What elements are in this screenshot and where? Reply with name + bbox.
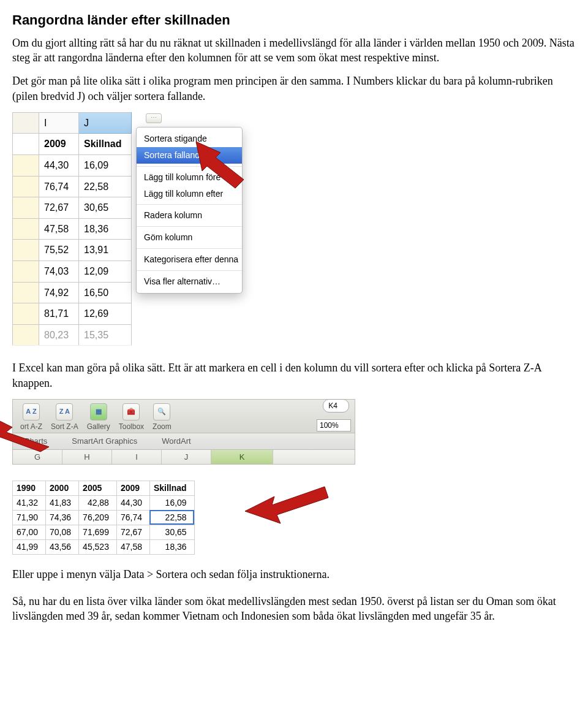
paragraph-3: I Excel kan man göra på olika sätt. Ett … [12, 360, 576, 390]
name-box[interactable]: K4 [323, 399, 349, 413]
sort-az-icon: A Z [23, 403, 40, 420]
column-handle-icon[interactable]: ⋯ [146, 113, 162, 123]
sort-za-icon: Z A [56, 403, 73, 420]
ctx-add-col-after[interactable]: Lägg till kolumn efter [137, 186, 242, 202]
zoom-input[interactable] [317, 419, 351, 432]
toolbox-icon: 🧰 [123, 403, 140, 420]
zoom-button[interactable]: 🔍 Zoom [149, 403, 175, 432]
excel-data-table: 1990 2000 2005 2009 Skillnad 41,3241,834… [12, 481, 195, 554]
col-header-2009: 2009 [39, 134, 79, 155]
ribbon-wordart[interactable]: WordArt [162, 436, 190, 447]
col-letter-i[interactable]: I [39, 112, 79, 134]
zoom-icon: 🔍 [153, 403, 170, 420]
numbers-table: I J 2009 Skillnad 44,3016,09 76,7422,58 … [12, 112, 132, 346]
ctx-delete-col[interactable]: Radera kolumn [137, 207, 242, 224]
ctx-sort-desc[interactable]: Sortera fallande [137, 147, 242, 164]
ctx-categorize[interactable]: Kategorisera efter denna [137, 251, 242, 268]
col-j[interactable]: J [162, 450, 211, 465]
col-i[interactable]: I [112, 450, 162, 465]
col-h[interactable]: H [62, 450, 112, 465]
col-letter-j[interactable]: J [79, 112, 132, 134]
sort-az-button[interactable]: A Z ort A-Z [17, 403, 46, 432]
excel-data-screenshot: 1990 2000 2005 2009 Skillnad 41,3241,834… [12, 481, 355, 554]
paragraph-4: Eller uppe i menyn välja Data > Sortera … [12, 567, 576, 582]
gallery-button[interactable]: ▦ Gallery [83, 403, 114, 432]
paragraph-2: Det gör man på lite olika sätt i olika p… [12, 74, 576, 104]
col-k[interactable]: K [211, 450, 273, 465]
gallery-icon: ▦ [90, 403, 107, 420]
selected-cell[interactable]: 22,58 [149, 510, 194, 525]
numbers-screenshot: I J 2009 Skillnad 44,3016,09 76,7422,58 … [12, 112, 355, 346]
ctx-sort-asc[interactable]: Sortera stigande [137, 131, 242, 147]
col-header-skillnad: Skillnad [79, 134, 132, 155]
svg-marker-2 [245, 487, 328, 523]
paragraph-5: Så, nu har du en lista över vilka länder… [12, 594, 576, 624]
ribbon-charts[interactable]: Charts [24, 436, 47, 447]
ctx-more[interactable]: Visa fler alternativ… [137, 273, 242, 290]
context-menu: Sortera stigande Sortera fallande Lägg t… [136, 127, 243, 294]
toolbox-button[interactable]: 🧰 Toolbox [115, 403, 148, 432]
sort-za-button[interactable]: Z A Sort Z-A [47, 403, 82, 432]
ctx-add-col-before[interactable]: Lägg till kolumn före [137, 169, 242, 186]
ctx-hide-col[interactable]: Göm kolumn [137, 229, 242, 246]
paragraph-1: Om du gjort allting rätt så har du nu rä… [12, 36, 576, 66]
column-header-bar: G H I J K [12, 450, 355, 465]
page-title: Rangordna länder efter skillnaden [12, 11, 576, 29]
excel-toolbar-screenshot: K4 A Z ort A-Z Z A Sort Z-A ▦ Gallery 🧰 … [12, 399, 355, 465]
ribbon-smartart[interactable]: SmartArt Graphics [72, 436, 137, 447]
col-g[interactable]: G [13, 450, 62, 465]
